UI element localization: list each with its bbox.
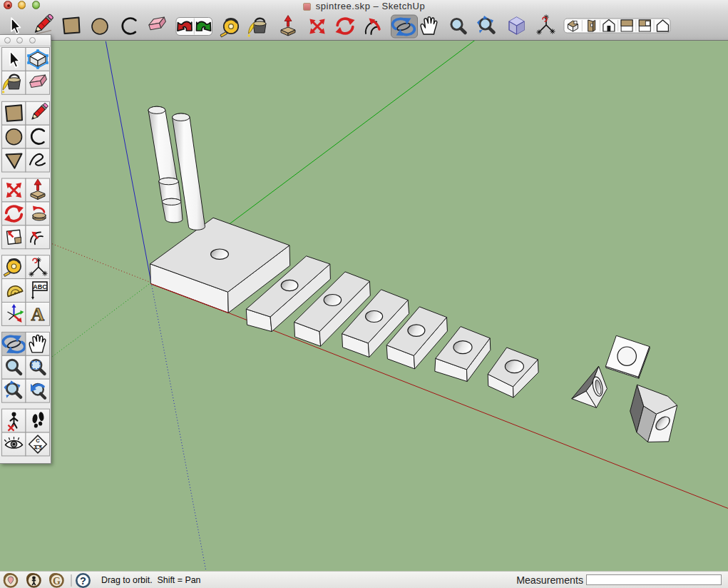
svg-text:ABC: ABC bbox=[33, 283, 47, 290]
svg-text:?: ? bbox=[80, 575, 86, 587]
svg-text:A: A bbox=[31, 304, 45, 325]
svg-text:G: G bbox=[53, 576, 61, 587]
svg-text:A-5: A-5 bbox=[34, 445, 42, 450]
svg-text:C: C bbox=[36, 437, 40, 444]
